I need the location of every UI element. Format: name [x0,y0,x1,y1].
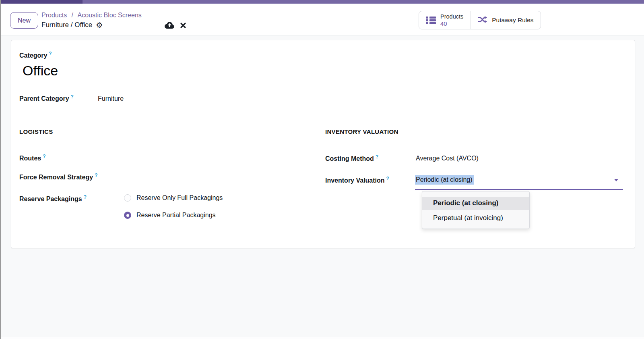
radio-reserve-only-full-packagings[interactable]: Reserve Only Full Packagings [124,194,223,202]
products-stat-label: Products [440,13,463,20]
routes-help-icon: ? [43,154,45,159]
reserve-packagings-label-text: Reserve Packagings [19,195,82,202]
routes-label: Routes? [19,154,46,162]
breadcrumb-products-link[interactable]: Products [41,12,67,19]
stat-button-group: Products 40 Putaway Rules [419,11,541,29]
breadcrumb-separator: / [72,12,73,19]
shuffle-icon [477,16,487,25]
routes-label-text: Routes [19,155,41,162]
costing-method-label: Costing Method? [325,154,378,162]
inventory-valuation-help-icon: ? [386,176,389,181]
radio-reserve-partial-packagings[interactable]: Reserve Partial Packagings [124,212,216,219]
radio-circle-selected[interactable] [124,212,131,219]
inventory-valuation-label: Inventory Valuation? [325,176,389,184]
products-stat-count: 40 [440,20,463,27]
parent-category-label-text: Parent Category [19,95,69,102]
discard-x-icon[interactable] [180,22,186,30]
odoo-product-category-page: New Products / Acoustic Bloc Screens Fur… [0,0,644,339]
reserve-packagings-label: Reserve Packagings? [19,194,87,203]
input-underline [415,189,623,190]
breadcrumb-current: Furniture / Office ⚙ [41,21,103,29]
breadcrumb: Products / Acoustic Bloc Screens [41,12,142,19]
inventory-valuation-selected-text[interactable]: Periodic (at closing) [415,175,474,185]
chevron-down-icon[interactable] [614,179,618,181]
control-panel-header: New Products / Acoustic Bloc Screens Fur… [0,4,644,35]
category-name-input[interactable]: Office [23,63,58,79]
inventory-valuation-section-title: INVENTORY VALUATION [325,128,626,140]
parent-category-help-icon: ? [71,94,74,100]
putaway-rules-button[interactable]: Putaway Rules [470,11,540,29]
putaway-rules-label: Putaway Rules [492,17,533,24]
save-cloud-icon[interactable] [164,21,175,31]
gear-icon[interactable]: ⚙ [96,21,103,29]
radio-label[interactable]: Reserve Partial Packagings [136,212,216,219]
force-removal-help-icon: ? [95,173,97,178]
products-stat-button[interactable]: Products 40 [419,11,470,29]
dropdown-option-periodic[interactable]: Periodic (at closing) [422,197,529,210]
costing-method-label-text: Costing Method [325,155,374,162]
inventory-valuation-input[interactable]: Periodic (at closing) [415,176,474,183]
radio-label[interactable]: Reserve Only Full Packagings [136,194,223,202]
category-help-icon: ? [49,51,52,56]
parent-category-label: Parent Category? [19,94,74,102]
category-label-text: Category [19,52,47,59]
force-removal-strategy-label: Force Removal Strategy? [19,173,98,181]
top-loading-bar [0,0,644,4]
dropdown-option-perpetual[interactable]: Perpetual (at invoicing) [422,210,529,226]
form-card [11,40,635,248]
logistics-section-title: LOGISTICS [19,128,307,140]
parent-category-input[interactable]: Furniture [98,95,124,102]
top-loading-bar-progress [0,0,83,4]
inventory-valuation-dropdown: Periodic (at closing) Perpetual (at invo… [422,191,530,229]
inventory-valuation-label-text: Inventory Valuation [325,177,385,184]
list-icon [426,17,436,24]
force-removal-label-text: Force Removal Strategy [19,174,93,181]
new-button[interactable]: New [10,12,38,29]
window-left-edge [0,0,1,339]
costing-method-help-icon: ? [376,154,378,160]
category-label: Category? [19,51,52,59]
radio-circle-unselected[interactable] [124,194,131,202]
bottom-edge [0,337,644,339]
breadcrumb-acoustic-bloc-screens-link[interactable]: Acoustic Bloc Screens [78,12,142,19]
reserve-packagings-help-icon: ? [84,194,87,200]
breadcrumb-current-label: Furniture / Office [41,21,92,29]
costing-method-select[interactable]: Average Cost (AVCO) [416,155,479,162]
